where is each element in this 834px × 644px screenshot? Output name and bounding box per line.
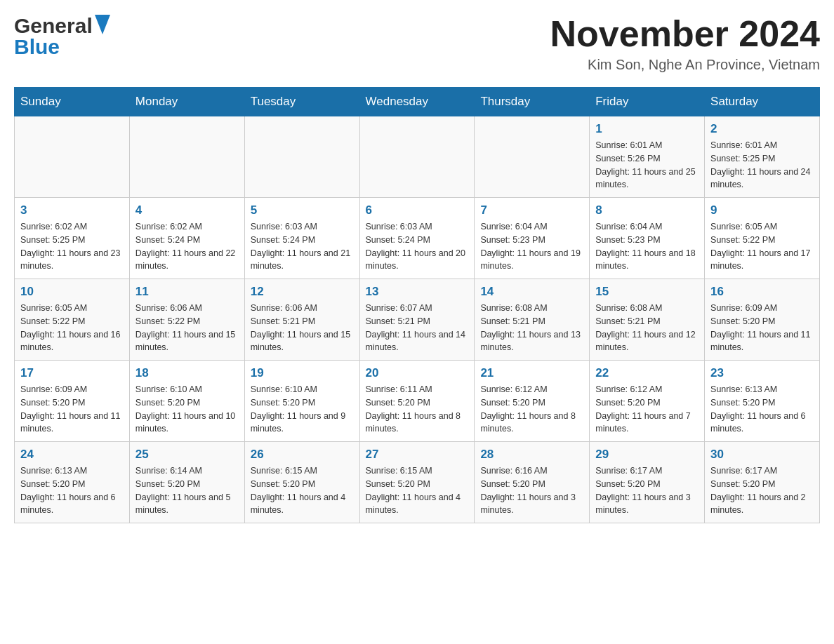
day-info: Sunrise: 6:04 AMSunset: 5:23 PMDaylight:… xyxy=(595,220,699,273)
day-info: Sunrise: 6:13 AMSunset: 5:20 PMDaylight:… xyxy=(20,464,124,517)
day-number: 2 xyxy=(710,122,814,136)
calendar-cell: 7Sunrise: 6:04 AMSunset: 5:23 PMDaylight… xyxy=(475,198,590,279)
location-text: Kim Son, Nghe An Province, Vietnam xyxy=(550,57,820,73)
day-info: Sunrise: 6:13 AMSunset: 5:20 PMDaylight:… xyxy=(710,383,814,436)
column-header-saturday: Saturday xyxy=(705,88,820,116)
calendar-cell: 20Sunrise: 6:11 AMSunset: 5:20 PMDayligh… xyxy=(359,361,475,442)
calendar-cell: 26Sunrise: 6:15 AMSunset: 5:20 PMDayligh… xyxy=(244,442,359,523)
day-info: Sunrise: 6:02 AMSunset: 5:25 PMDaylight:… xyxy=(20,220,124,273)
calendar-cell: 2Sunrise: 6:01 AMSunset: 5:25 PMDaylight… xyxy=(705,116,820,198)
column-header-wednesday: Wednesday xyxy=(359,88,475,116)
day-info: Sunrise: 6:16 AMSunset: 5:20 PMDaylight:… xyxy=(480,464,583,517)
column-header-tuesday: Tuesday xyxy=(244,88,359,116)
calendar-cell: 4Sunrise: 6:02 AMSunset: 5:24 PMDaylight… xyxy=(129,198,244,279)
calendar-cell: 8Sunrise: 6:04 AMSunset: 5:23 PMDaylight… xyxy=(590,198,705,279)
day-number: 20 xyxy=(366,366,469,380)
calendar-cell: 11Sunrise: 6:06 AMSunset: 5:22 PMDayligh… xyxy=(129,279,244,361)
day-number: 17 xyxy=(20,366,124,380)
calendar-cell xyxy=(359,116,475,198)
calendar-cell: 17Sunrise: 6:09 AMSunset: 5:20 PMDayligh… xyxy=(15,361,130,442)
calendar-cell: 28Sunrise: 6:16 AMSunset: 5:20 PMDayligh… xyxy=(475,442,590,523)
day-number: 25 xyxy=(135,448,239,462)
calendar-cell: 14Sunrise: 6:08 AMSunset: 5:21 PMDayligh… xyxy=(475,279,590,361)
day-info: Sunrise: 6:11 AMSunset: 5:20 PMDaylight:… xyxy=(366,383,469,436)
day-number: 5 xyxy=(251,203,354,217)
day-number: 12 xyxy=(251,285,354,299)
logo: General Blue xyxy=(14,14,110,59)
calendar-week-row: 1Sunrise: 6:01 AMSunset: 5:26 PMDaylight… xyxy=(15,116,820,198)
calendar-cell: 1Sunrise: 6:01 AMSunset: 5:26 PMDaylight… xyxy=(590,116,705,198)
page-header: General Blue November 2024 Kim Son, Nghe… xyxy=(14,14,820,73)
calendar-cell: 27Sunrise: 6:15 AMSunset: 5:20 PMDayligh… xyxy=(359,442,475,523)
day-number: 11 xyxy=(135,285,239,299)
day-number: 1 xyxy=(595,122,699,136)
day-number: 14 xyxy=(480,285,583,299)
day-info: Sunrise: 6:15 AMSunset: 5:20 PMDaylight:… xyxy=(251,464,354,517)
day-number: 3 xyxy=(20,203,124,217)
day-number: 18 xyxy=(135,366,239,380)
column-header-friday: Friday xyxy=(590,88,705,116)
calendar-cell: 13Sunrise: 6:07 AMSunset: 5:21 PMDayligh… xyxy=(359,279,475,361)
day-info: Sunrise: 6:01 AMSunset: 5:26 PMDaylight:… xyxy=(595,139,699,192)
day-number: 13 xyxy=(366,285,469,299)
logo-general-text: General xyxy=(14,14,93,38)
calendar-cell: 19Sunrise: 6:10 AMSunset: 5:20 PMDayligh… xyxy=(244,361,359,442)
day-number: 15 xyxy=(595,285,699,299)
day-number: 10 xyxy=(20,285,124,299)
day-number: 28 xyxy=(480,448,583,462)
calendar-header-row: SundayMondayTuesdayWednesdayThursdayFrid… xyxy=(15,88,820,116)
day-info: Sunrise: 6:06 AMSunset: 5:22 PMDaylight:… xyxy=(135,302,239,354)
calendar-cell: 6Sunrise: 6:03 AMSunset: 5:24 PMDaylight… xyxy=(359,198,475,279)
day-info: Sunrise: 6:17 AMSunset: 5:20 PMDaylight:… xyxy=(595,464,699,517)
day-number: 19 xyxy=(251,366,354,380)
day-info: Sunrise: 6:09 AMSunset: 5:20 PMDaylight:… xyxy=(710,302,814,354)
calendar-cell xyxy=(129,116,244,198)
day-info: Sunrise: 6:05 AMSunset: 5:22 PMDaylight:… xyxy=(710,220,814,273)
day-info: Sunrise: 6:15 AMSunset: 5:20 PMDaylight:… xyxy=(366,464,469,517)
day-number: 27 xyxy=(366,448,469,462)
calendar-cell: 24Sunrise: 6:13 AMSunset: 5:20 PMDayligh… xyxy=(15,442,130,523)
svg-marker-0 xyxy=(95,15,110,34)
month-title: November 2024 xyxy=(550,14,820,54)
day-number: 16 xyxy=(710,285,814,299)
day-number: 24 xyxy=(20,448,124,462)
day-number: 4 xyxy=(135,203,239,217)
day-info: Sunrise: 6:09 AMSunset: 5:20 PMDaylight:… xyxy=(20,383,124,436)
logo-arrow-icon xyxy=(95,15,110,34)
title-section: November 2024 Kim Son, Nghe An Province,… xyxy=(550,14,820,73)
day-info: Sunrise: 6:03 AMSunset: 5:24 PMDaylight:… xyxy=(251,220,354,273)
calendar-cell: 25Sunrise: 6:14 AMSunset: 5:20 PMDayligh… xyxy=(129,442,244,523)
calendar-week-row: 17Sunrise: 6:09 AMSunset: 5:20 PMDayligh… xyxy=(15,361,820,442)
calendar-cell: 15Sunrise: 6:08 AMSunset: 5:21 PMDayligh… xyxy=(590,279,705,361)
calendar-cell: 21Sunrise: 6:12 AMSunset: 5:20 PMDayligh… xyxy=(475,361,590,442)
day-info: Sunrise: 6:04 AMSunset: 5:23 PMDaylight:… xyxy=(480,220,583,273)
column-header-monday: Monday xyxy=(129,88,244,116)
calendar-cell: 29Sunrise: 6:17 AMSunset: 5:20 PMDayligh… xyxy=(590,442,705,523)
day-info: Sunrise: 6:17 AMSunset: 5:20 PMDaylight:… xyxy=(710,464,814,517)
day-info: Sunrise: 6:12 AMSunset: 5:20 PMDaylight:… xyxy=(595,383,699,436)
day-number: 7 xyxy=(480,203,583,217)
day-info: Sunrise: 6:08 AMSunset: 5:21 PMDaylight:… xyxy=(480,302,583,354)
day-info: Sunrise: 6:01 AMSunset: 5:25 PMDaylight:… xyxy=(710,139,814,192)
calendar-week-row: 24Sunrise: 6:13 AMSunset: 5:20 PMDayligh… xyxy=(15,442,820,523)
day-info: Sunrise: 6:14 AMSunset: 5:20 PMDaylight:… xyxy=(135,464,239,517)
day-number: 30 xyxy=(710,448,814,462)
day-number: 6 xyxy=(366,203,469,217)
calendar-cell xyxy=(15,116,130,198)
calendar-cell: 22Sunrise: 6:12 AMSunset: 5:20 PMDayligh… xyxy=(590,361,705,442)
day-info: Sunrise: 6:07 AMSunset: 5:21 PMDaylight:… xyxy=(366,302,469,354)
calendar-cell: 12Sunrise: 6:06 AMSunset: 5:21 PMDayligh… xyxy=(244,279,359,361)
calendar-table: SundayMondayTuesdayWednesdayThursdayFrid… xyxy=(14,87,820,523)
day-info: Sunrise: 6:12 AMSunset: 5:20 PMDaylight:… xyxy=(480,383,583,436)
calendar-cell xyxy=(475,116,590,198)
day-number: 23 xyxy=(710,366,814,380)
day-info: Sunrise: 6:08 AMSunset: 5:21 PMDaylight:… xyxy=(595,302,699,354)
column-header-thursday: Thursday xyxy=(475,88,590,116)
day-info: Sunrise: 6:06 AMSunset: 5:21 PMDaylight:… xyxy=(251,302,354,354)
calendar-cell: 16Sunrise: 6:09 AMSunset: 5:20 PMDayligh… xyxy=(705,279,820,361)
day-info: Sunrise: 6:05 AMSunset: 5:22 PMDaylight:… xyxy=(20,302,124,354)
day-info: Sunrise: 6:03 AMSunset: 5:24 PMDaylight:… xyxy=(366,220,469,273)
calendar-cell: 23Sunrise: 6:13 AMSunset: 5:20 PMDayligh… xyxy=(705,361,820,442)
calendar-cell: 18Sunrise: 6:10 AMSunset: 5:20 PMDayligh… xyxy=(129,361,244,442)
calendar-cell: 3Sunrise: 6:02 AMSunset: 5:25 PMDaylight… xyxy=(15,198,130,279)
